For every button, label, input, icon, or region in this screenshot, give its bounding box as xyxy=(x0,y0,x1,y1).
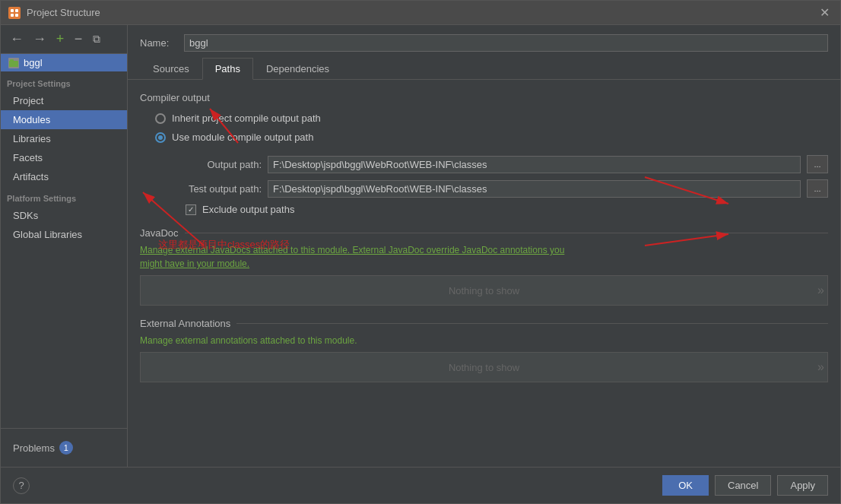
help-button[interactable]: ? xyxy=(13,477,30,494)
window-body: ← → + − ⧉ bggl Proj xyxy=(1,25,840,467)
svg-rect-5 xyxy=(10,59,14,62)
javadoc-empty-list: Nothing to show » xyxy=(140,275,828,306)
output-path-browse-button[interactable]: ... xyxy=(807,155,828,173)
module-list: bggl xyxy=(1,54,127,71)
tab-sources[interactable]: Sources xyxy=(140,58,202,79)
exclude-row: ✓ Exclude output paths xyxy=(140,204,828,215)
ext-annotations-desc: Manage external annotations attached to … xyxy=(140,334,828,347)
ext-annotations-empty-label: Nothing to show xyxy=(449,362,519,373)
module-icon xyxy=(8,58,19,68)
content-area: Compiler output Inherit project compile … xyxy=(128,80,840,467)
svg-rect-4 xyxy=(9,61,18,67)
radio-use-module[interactable]: Use module compile output path xyxy=(155,132,828,143)
name-row: Name: xyxy=(128,25,840,58)
tab-dependencies[interactable]: Dependencies xyxy=(253,58,342,79)
exclude-checkbox[interactable]: ✓ xyxy=(186,204,196,215)
action-buttons: OK Cancel Apply xyxy=(662,475,828,496)
bottom-bar: ? OK Cancel Apply xyxy=(1,467,840,503)
forward-button[interactable]: → xyxy=(30,30,49,49)
sidebar-item-project[interactable]: Project xyxy=(1,91,127,110)
svg-rect-1 xyxy=(15,9,18,12)
svg-rect-3 xyxy=(15,14,18,17)
javadoc-empty-label: Nothing to show xyxy=(449,285,519,296)
copy-module-button[interactable]: ⧉ xyxy=(89,32,104,47)
output-path-row: Output path: ... xyxy=(140,155,828,173)
apply-button[interactable]: Apply xyxy=(777,475,828,496)
main-content-wrapper: Name: Sources Paths Dependencies Compile… xyxy=(128,25,840,467)
ext-annotations-title: External Annotations xyxy=(140,318,828,329)
test-output-path-row: Test output path: ... xyxy=(140,179,828,198)
javadoc-desc-line1: Manage external JavaDocs attached to thi… xyxy=(140,245,564,255)
external-annotations-section: External Annotations Manage external ann… xyxy=(140,318,828,382)
javadoc-desc: Manage external JavaDocs attached to thi… xyxy=(140,243,828,271)
svg-rect-0 xyxy=(11,9,14,12)
project-settings-label: Project Settings xyxy=(1,71,127,91)
sidebar-item-libraries[interactable]: Libraries xyxy=(1,129,127,148)
problems-label: Problems xyxy=(13,442,55,454)
use-module-radio[interactable] xyxy=(155,132,166,143)
ok-button[interactable]: OK xyxy=(662,475,709,496)
problems-badge: 1 xyxy=(59,441,73,455)
cancel-button[interactable]: Cancel xyxy=(715,475,771,496)
sidebar-item-facets[interactable]: Facets xyxy=(1,148,127,167)
window-title: Project Structure xyxy=(27,7,817,18)
sidebar-item-modules[interactable]: Modules xyxy=(1,110,127,129)
sidebar-item-sdks[interactable]: SDKs xyxy=(1,206,127,225)
sidebar-item-global-libraries[interactable]: Global Libraries xyxy=(1,225,127,244)
name-input[interactable] xyxy=(184,34,828,52)
tab-paths[interactable]: Paths xyxy=(202,58,253,80)
output-path-label: Output path: xyxy=(170,159,262,170)
back-button[interactable]: ← xyxy=(7,30,27,49)
module-item-bggl[interactable]: bggl xyxy=(1,54,127,71)
close-button[interactable]: ✕ xyxy=(817,5,833,20)
radio-inherit[interactable]: Inherit project compile output path xyxy=(155,113,828,124)
javadoc-scroll-arrow: » xyxy=(817,284,824,297)
project-structure-window: Project Structure ✕ ← → + − ⧉ xyxy=(0,0,841,504)
main-content: Name: Sources Paths Dependencies Compile… xyxy=(128,25,840,467)
tabs-row: Sources Paths Dependencies xyxy=(128,58,840,80)
inherit-radio[interactable] xyxy=(155,113,166,124)
javadoc-section: JavaDoc Manage external JavaDocs attache… xyxy=(140,227,828,306)
problems-row[interactable]: Problems 1 xyxy=(7,435,121,461)
exclude-label: Exclude output paths xyxy=(202,204,294,215)
ext-annotations-empty-list: Nothing to show » xyxy=(140,352,828,382)
platform-settings-label: Platform Settings xyxy=(1,186,127,206)
svg-rect-2 xyxy=(11,14,14,17)
javadoc-desc-line2: might have in your module. xyxy=(140,258,249,269)
title-bar: Project Structure ✕ xyxy=(1,1,840,25)
use-module-label: Use module compile output path xyxy=(172,132,313,143)
add-module-button[interactable]: + xyxy=(52,32,68,47)
inherit-label: Inherit project compile output path xyxy=(172,113,321,124)
sidebar-bottom: Problems 1 xyxy=(1,428,127,467)
output-path-input[interactable] xyxy=(268,156,801,173)
window-icon xyxy=(8,7,21,19)
sidebar: ← → + − ⧉ bggl Proj xyxy=(1,25,128,467)
test-output-browse-button[interactable]: ... xyxy=(807,179,828,198)
remove-module-button[interactable]: − xyxy=(71,32,86,47)
name-label: Name: xyxy=(140,37,178,49)
compiler-output-section: Compiler output xyxy=(140,92,828,103)
ext-annotations-scroll-arrow: » xyxy=(817,360,824,374)
sidebar-item-artifacts[interactable]: Artifacts xyxy=(1,167,127,186)
test-output-label: Test output path: xyxy=(170,183,262,195)
radio-group: Inherit project compile output path Use … xyxy=(140,113,828,143)
module-name: bggl xyxy=(24,57,43,68)
javadoc-title: JavaDoc xyxy=(140,227,828,239)
sidebar-toolbar: ← → + − ⧉ xyxy=(1,25,127,54)
test-output-input[interactable] xyxy=(268,180,801,198)
